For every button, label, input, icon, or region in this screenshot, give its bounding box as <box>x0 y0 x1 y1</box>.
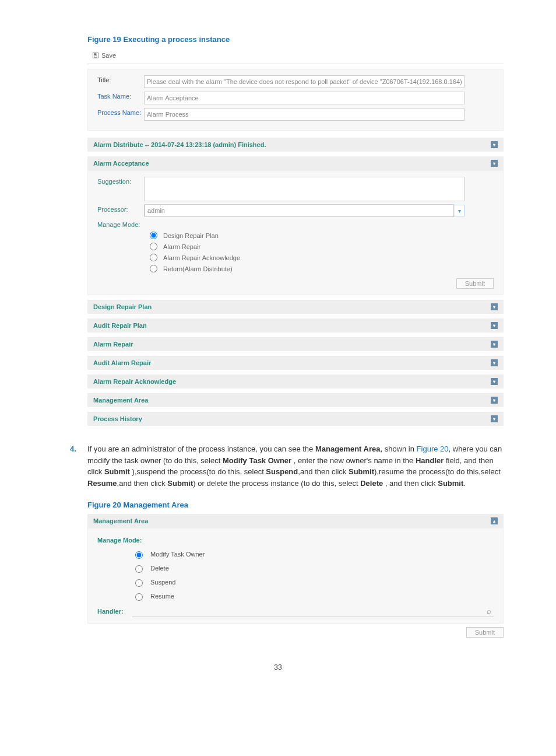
panel-title: Audit Repair Plan <box>93 322 147 329</box>
chevron-down-icon[interactable]: ▾ <box>491 341 498 348</box>
panel-alarm-repair-ack: Alarm Repair Acknowledge ▾ <box>87 374 504 388</box>
chevron-down-icon[interactable]: ▾ <box>491 378 498 385</box>
process-name-input[interactable] <box>144 108 464 121</box>
figure-20-screenshot: Management Area ▴ Manage Mode: Modify Ta… <box>87 514 504 638</box>
manage-mode-radios: Modify Task Owner Delete Suspend Resume <box>132 550 494 601</box>
handler-input[interactable] <box>135 607 487 615</box>
panel-title: Alarm Repair Acknowledge <box>93 378 176 385</box>
panel-title: Alarm Repair <box>93 341 133 348</box>
panel-management-area: Management Area ▾ <box>87 393 504 407</box>
chevron-down-icon[interactable]: ▾ <box>491 359 498 366</box>
figure-20-caption: Figure 20 Management Area <box>87 501 504 509</box>
radio-label: Modify Task Owner <box>150 551 205 558</box>
management-area-body: Manage Mode: Modify Task Owner Delete Su… <box>87 528 504 624</box>
radio-modify-task-owner[interactable] <box>135 551 143 559</box>
panel-title: Audit Alarm Repair <box>93 359 151 366</box>
save-label: Save <box>101 52 116 59</box>
suggestion-textarea[interactable] <box>144 177 464 201</box>
search-icon[interactable]: ⌕ <box>487 607 491 615</box>
processor-select[interactable] <box>145 204 454 217</box>
alarm-acceptance-body: Suggestion: Processor: ▾ Manage Mode: De… <box>87 170 504 295</box>
chevron-down-icon[interactable]: ▾ <box>491 303 498 310</box>
panel-title: Alarm Acceptance <box>93 160 149 167</box>
chevron-down-icon[interactable]: ▾ <box>491 141 498 148</box>
management-area-header: Management Area ▴ <box>87 514 504 528</box>
figure-19-caption: Figure 19 Executing a process instance <box>87 35 504 44</box>
figure-20-link[interactable]: Figure 20 <box>417 444 449 453</box>
submit-button[interactable]: Submit <box>456 278 494 289</box>
svg-rect-2 <box>94 56 97 58</box>
manage-mode-radios: Design Repair Plan Alarm Repair Alarm Re… <box>150 232 494 272</box>
figure-19-screenshot: Save Title: Task Name: Process Name: <box>87 48 504 426</box>
panel-title: Alarm Distribute -- 2014-07-24 13:23:18 … <box>93 141 266 148</box>
radio-label: Alarm Repair <box>163 243 200 250</box>
step-number: 4. <box>70 443 76 455</box>
chevron-down-icon[interactable]: ▾ <box>454 205 464 216</box>
chevron-down-icon[interactable]: ▾ <box>491 322 498 329</box>
radio-suspend[interactable] <box>135 579 143 587</box>
chevron-down-icon[interactable]: ▾ <box>491 415 498 422</box>
radio-alarm-repair-ack[interactable] <box>150 254 157 261</box>
task-name-input[interactable] <box>144 92 464 104</box>
panel-title: Management Area <box>93 517 148 524</box>
chevron-up-icon[interactable]: ▴ <box>491 517 498 524</box>
radio-alarm-repair[interactable] <box>150 243 157 250</box>
chevron-down-icon[interactable]: ▾ <box>491 160 498 167</box>
toolbar: Save <box>87 48 504 64</box>
chevron-down-icon[interactable]: ▾ <box>491 397 498 404</box>
panel-design-repair-plan: Design Repair Plan ▾ <box>87 300 504 314</box>
panel-alarm-repair: Alarm Repair ▾ <box>87 337 504 351</box>
radio-return[interactable] <box>150 265 157 272</box>
manage-mode-label: Manage Mode: <box>97 220 144 228</box>
suggestion-label: Suggestion: <box>97 177 144 185</box>
task-name-label: Task Name: <box>97 92 144 100</box>
handler-row: Handler: ⌕ <box>97 606 494 617</box>
radio-label: Delete <box>150 565 169 572</box>
processor-label: Processor: <box>97 205 144 213</box>
panel-process-history: Process History ▾ <box>87 412 504 426</box>
step-4-text: 4. If you are an administrator of the pr… <box>87 443 504 489</box>
handler-label: Handler: <box>97 608 132 615</box>
panel-alarm-distribute: Alarm Distribute -- 2014-07-24 13:23:18 … <box>87 138 504 152</box>
radio-resume[interactable] <box>135 593 143 601</box>
panel-title: Process History <box>93 415 142 422</box>
title-input[interactable] <box>144 75 464 88</box>
radio-label: Resume <box>150 593 174 600</box>
panel-audit-alarm-repair: Audit Alarm Repair ▾ <box>87 356 504 370</box>
save-icon <box>92 52 99 59</box>
title-label: Title: <box>97 75 144 83</box>
manage-mode-label: Manage Mode: <box>97 537 494 544</box>
panel-title: Management Area <box>93 397 148 404</box>
svg-rect-1 <box>94 53 97 55</box>
radio-design-repair-plan[interactable] <box>150 232 157 239</box>
panel-alarm-acceptance: Alarm Acceptance ▾ <box>87 156 504 170</box>
submit-button[interactable]: Submit <box>466 627 504 638</box>
radio-label: Suspend <box>150 579 175 586</box>
panel-title: Design Repair Plan <box>93 303 152 310</box>
page-number: 33 <box>52 663 504 671</box>
panel-audit-repair-plan: Audit Repair Plan ▾ <box>87 318 504 332</box>
process-name-label: Process Name: <box>97 108 144 116</box>
radio-label: Return(Alarm Distribute) <box>163 265 233 272</box>
save-button[interactable]: Save <box>92 52 116 59</box>
radio-label: Design Repair Plan <box>163 232 219 239</box>
radio-label: Alarm Repair Acknowledge <box>163 254 240 261</box>
radio-delete[interactable] <box>135 565 143 573</box>
